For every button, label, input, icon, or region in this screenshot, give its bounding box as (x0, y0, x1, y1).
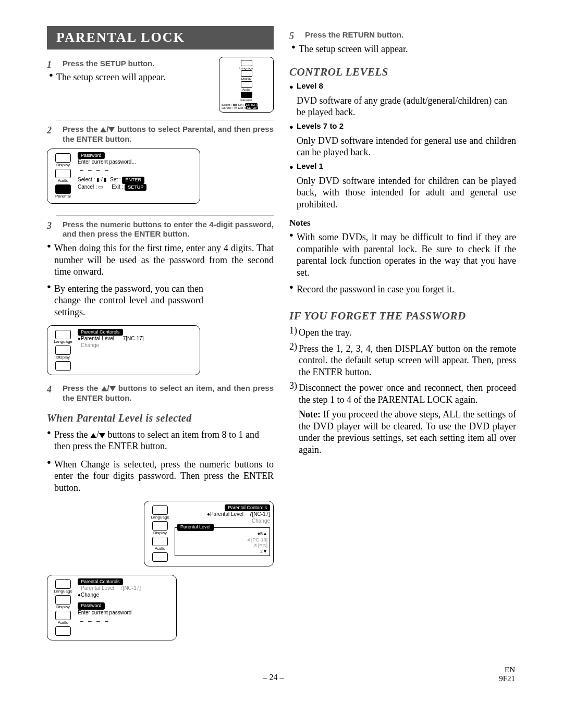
body-text: DVD software of any grade (adult/general… (297, 95, 516, 118)
bullet-icon: ● (291, 41, 299, 57)
step-head: Press the numeric buttons to enter the 4… (63, 220, 274, 240)
list-number: 2) (289, 341, 299, 380)
body-text: Open the tray. (299, 327, 516, 339)
body-text: When doing this for the first time, ente… (54, 242, 274, 278)
down-arrow-icon (109, 386, 116, 391)
bullet-icon: ● (47, 427, 54, 454)
osd-change-password: Language Display Audio Parental Contorol… (47, 575, 177, 640)
step-number: 3 (47, 220, 52, 232)
footer-code: 9F21 (499, 674, 515, 683)
step-head: Press the SETUP button. (63, 59, 215, 69)
up-arrow-icon (101, 386, 107, 391)
subheading-forgot-password: IF YOU FORGET THE PASSWORD (289, 309, 516, 323)
body-text: Only DVD software intended for general u… (297, 135, 516, 158)
body-text: Disconnect the power once and reconnect,… (299, 382, 516, 405)
step-head: Press the RETURN button. (305, 30, 516, 40)
step-head: Press the / buttons to select an item, a… (63, 384, 274, 403)
page-footer: – 24 – EN 9F21 (47, 665, 516, 683)
page-number: – 24 – (263, 672, 284, 683)
step-head: Press the / buttons to select Parental, … (63, 125, 274, 144)
bullet-icon: ● (47, 281, 54, 320)
body-text: The setup screen will appear. (299, 43, 516, 55)
step-5: 5 Press the RETURN button. (289, 30, 516, 40)
body-text: Press the / buttons to select an item fr… (54, 429, 274, 452)
up-arrow-icon (100, 127, 106, 132)
step-2: 2 Press the / buttons to select Parental… (47, 125, 274, 144)
step-1: 1 Press the SETUP button. (47, 59, 215, 69)
step-4: 4 Press the / buttons to select an item,… (47, 384, 274, 403)
step-number: 4 (47, 384, 52, 396)
osd-password-screen: Display Audio Parental Password Enter cu… (47, 149, 200, 204)
note-text: Note: If you proceed the above steps, AL… (299, 409, 516, 455)
section-title: PARENTAL LOCK (47, 26, 274, 50)
note-text: Record the password in case you forget i… (297, 283, 516, 295)
down-arrow-icon (108, 127, 115, 132)
body-text: When Change is selected, press the numer… (54, 459, 274, 494)
footer-lang: EN (499, 665, 515, 674)
subheading-control-levels: CONTROL LEVELS (289, 65, 516, 79)
step-number: 5 (289, 30, 294, 42)
body-text: The setup screen will appear. (56, 71, 215, 83)
down-arrow-icon (99, 433, 105, 438)
body-text: Press the 1, 2, 3, 4, then DISPLAY butto… (299, 343, 516, 378)
step-number: 2 (47, 125, 52, 137)
body-text: Only DVD software intended for children … (297, 175, 516, 211)
bullet-icon: ● (47, 240, 54, 280)
notes-heading: Notes (289, 217, 516, 228)
levels-7-2-head: Levels 7 to 2 (297, 121, 516, 133)
up-arrow-icon (90, 433, 96, 438)
list-number: 3) (289, 380, 299, 408)
level-1-head: Level 1 (297, 162, 516, 173)
note-text: With some DVDs, it may be difficult to f… (297, 231, 516, 278)
level-8-head: Level 8 (297, 81, 516, 93)
step-number: 1 (47, 59, 52, 71)
osd-parental-controls: Language Display Parental Contorols ●Par… (47, 325, 200, 375)
osd-setup-screen: Language Display Audio Parental Select :… (219, 57, 274, 113)
subheading-parental-level: When Parental Level is selected (47, 412, 274, 425)
list-number: 1) (289, 325, 299, 341)
bullet-icon: ● (49, 69, 56, 85)
osd-level-select: Language Display Audio Parental Contorol… (144, 501, 274, 566)
body-text: By entering the password, you can then c… (54, 283, 203, 318)
bullet-icon: ● (47, 456, 54, 496)
step-3: 3 Press the numeric buttons to enter the… (47, 220, 274, 240)
